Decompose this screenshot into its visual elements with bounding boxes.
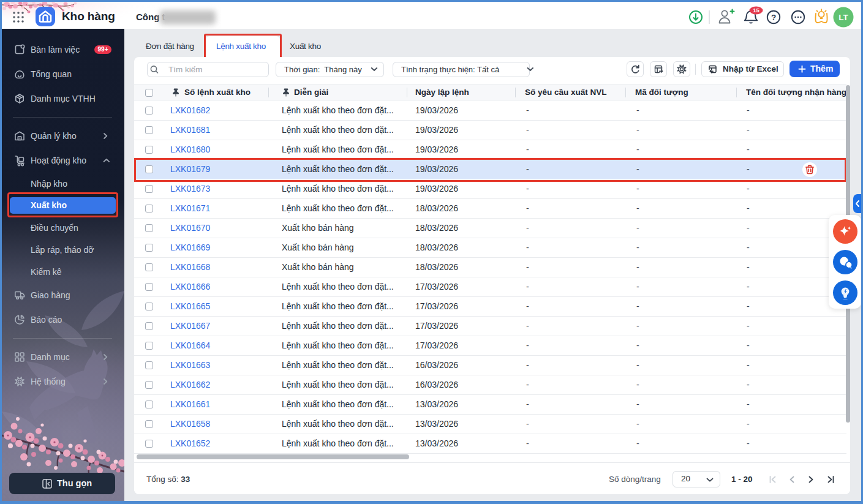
svg-text:LT: LT — [839, 13, 848, 22]
svg-text:15: 15 — [753, 7, 759, 13]
svg-text:?: ? — [771, 13, 776, 22]
